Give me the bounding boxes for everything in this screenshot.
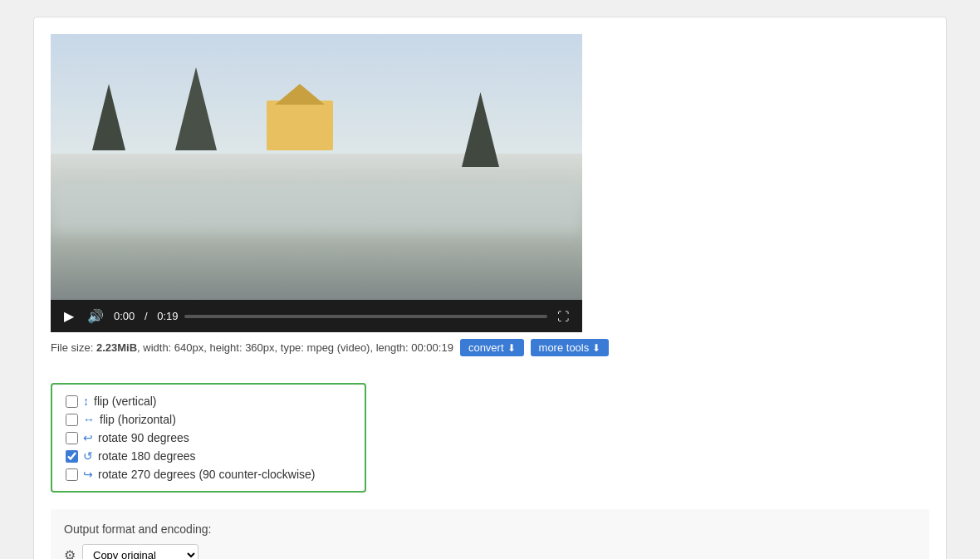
- output-row: ⚙ Copy original H.264 (mp4) H.265 (mp4) …: [64, 544, 916, 559]
- play-button[interactable]: ▶: [61, 306, 77, 326]
- flip-horizontal-icon: ↔: [83, 413, 95, 426]
- flip-vertical-checkbox[interactable]: [66, 395, 78, 408]
- file-size-value: 2.23MiB: [96, 341, 137, 354]
- gear-icon: ⚙: [64, 547, 76, 559]
- option-rotate-270: ↪ rotate 270 degrees (90 counter-clockwi…: [66, 468, 351, 481]
- file-size-label: File size: 2.23MiB, width: 640px, height…: [51, 341, 453, 354]
- option-flip-horizontal: ↔ flip (horizontal): [66, 413, 351, 426]
- rotate-180-checkbox[interactable]: [66, 450, 78, 463]
- flip-horizontal-label[interactable]: flip (horizontal): [100, 413, 176, 426]
- rotate-270-checkbox[interactable]: [66, 468, 78, 481]
- fullscreen-button[interactable]: ⛶: [554, 308, 572, 325]
- more-tools-label: more tools: [539, 341, 590, 354]
- main-container: ▶ 🔊 0:00 / 0:19 ⛶ File size: 2.23MiB, wi…: [33, 17, 947, 559]
- volume-button[interactable]: 🔊: [84, 306, 107, 326]
- video-controls: ▶ 🔊 0:00 / 0:19 ⛶: [51, 300, 582, 332]
- format-select[interactable]: Copy original H.264 (mp4) H.265 (mp4) VP…: [82, 544, 198, 559]
- convert-button[interactable]: convert ⬇: [460, 339, 524, 356]
- progress-bar[interactable]: [184, 315, 547, 318]
- rotate-270-label[interactable]: rotate 270 degrees (90 counter-clockwise…: [98, 468, 315, 481]
- option-flip-vertical: ↕ flip (vertical): [66, 395, 351, 408]
- rotate-270-icon: ↪: [83, 468, 93, 481]
- output-format-label: Output format and encoding:: [64, 522, 916, 536]
- building: [267, 101, 333, 150]
- file-info: File size: 2.23MiB, width: 640px, height…: [51, 339, 929, 356]
- video-preview: [51, 34, 582, 300]
- video-wrapper: ▶ 🔊 0:00 / 0:19 ⛶: [51, 34, 582, 332]
- output-format-text: Output format and encoding:: [64, 522, 211, 536]
- fullscreen-icon: ⛶: [557, 310, 569, 323]
- file-details: , width: 640px, height: 360px, type: mpe…: [137, 341, 453, 354]
- more-tools-button[interactable]: more tools ⬇: [531, 339, 610, 356]
- rotate-180-icon: ↺: [83, 449, 93, 463]
- flip-horizontal-checkbox[interactable]: [66, 414, 78, 426]
- flip-vertical-icon: ↕: [83, 395, 89, 408]
- play-icon: ▶: [64, 308, 74, 324]
- convert-download-icon: ⬇: [507, 342, 516, 354]
- rotate-90-label[interactable]: rotate 90 degrees: [98, 431, 189, 444]
- rotate-180-label[interactable]: rotate 180 degrees: [98, 449, 196, 463]
- flip-vertical-label[interactable]: flip (vertical): [94, 395, 156, 408]
- more-tools-icon: ⬇: [592, 342, 600, 354]
- rotate-90-icon: ↩: [83, 431, 93, 444]
- volume-icon: 🔊: [87, 308, 104, 324]
- output-section: Output format and encoding: ⚙ Copy origi…: [51, 509, 929, 559]
- rotate-90-checkbox[interactable]: [66, 432, 78, 444]
- time-separator: /: [141, 310, 150, 322]
- current-time: 0:00: [114, 310, 135, 322]
- convert-label: convert: [468, 341, 504, 354]
- options-box: ↕ flip (vertical) ↔ flip (horizontal) ↩ …: [51, 383, 366, 493]
- option-rotate-180: ↺ rotate 180 degrees: [66, 449, 351, 463]
- mist: [51, 184, 582, 233]
- video-preview-content: [51, 34, 582, 300]
- total-time: 0:19: [157, 310, 178, 322]
- option-rotate-90: ↩ rotate 90 degrees: [66, 431, 351, 444]
